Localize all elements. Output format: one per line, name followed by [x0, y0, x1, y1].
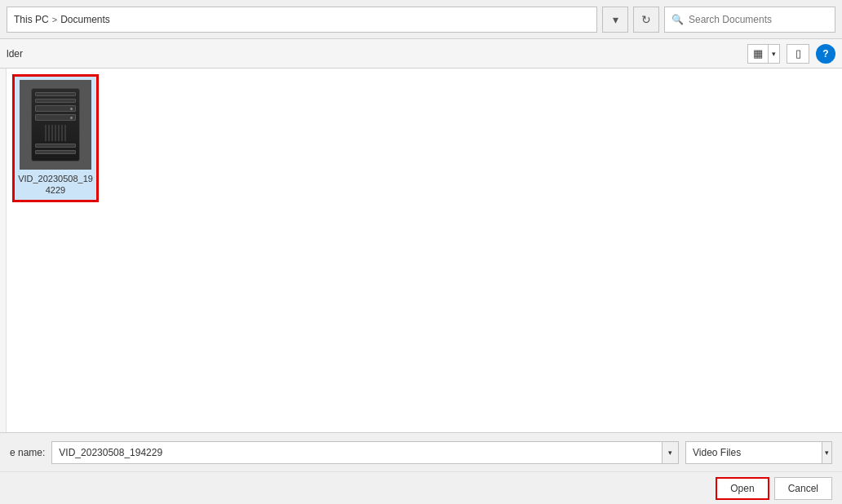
pc-drive-1: [35, 105, 76, 112]
toolbar: lder ▦ ▾ ▯ ?: [0, 39, 842, 69]
dropdown-button[interactable]: ▾: [602, 7, 628, 33]
pc-drive-2: [35, 114, 76, 121]
pc-slot-4: [35, 150, 76, 154]
bottom-bar: e name: ▾ ▾: [0, 432, 842, 471]
filename-input-wrapper[interactable]: ▾: [51, 441, 679, 464]
breadcrumb[interactable]: This PC > Documents: [7, 7, 597, 33]
file-thumbnail: [20, 80, 91, 170]
view-icon-button[interactable]: ▦: [748, 45, 769, 63]
sidebar: [0, 69, 7, 432]
refresh-button[interactable]: ↻: [633, 7, 659, 33]
toolbar-left: lder: [7, 48, 23, 60]
pc-slot-3: [35, 144, 76, 148]
file-grid: VID_20230508_194229: [15, 77, 834, 200]
pc-ventilation: [45, 125, 66, 141]
filetype-input[interactable]: [686, 442, 822, 463]
filename-label: e name:: [10, 447, 45, 458]
chevron-down-icon: ▾: [772, 50, 776, 58]
breadcrumb-this-pc[interactable]: This PC: [14, 14, 49, 25]
search-icon: 🔍: [671, 14, 684, 25]
preview-pane-button[interactable]: ▯: [787, 44, 809, 64]
refresh-icon: ↻: [641, 13, 651, 26]
view-dropdown[interactable]: ▦ ▾: [747, 44, 780, 64]
pc-slot-1: [35, 92, 76, 96]
file-area: VID_20230508_194229: [7, 69, 842, 432]
file-name: VID_20230508_194229: [18, 173, 93, 197]
help-icon: ?: [822, 48, 828, 60]
filename-input[interactable]: [52, 442, 662, 463]
filename-dropdown-button[interactable]: ▾: [662, 442, 678, 463]
filetype-dropdown-button[interactable]: ▾: [822, 442, 831, 463]
dropdown-icon: ▾: [613, 13, 618, 26]
bottom-section: e name: ▾ ▾ Open Cancel: [0, 432, 842, 504]
top-navigation-bar: This PC > Documents ▾ ↻ 🔍: [0, 0, 842, 39]
panel-icon: ▯: [795, 47, 801, 60]
filetype-chevron-icon: ▾: [825, 449, 829, 457]
view-grid-icon: ▦: [753, 47, 763, 60]
action-row: Open Cancel: [0, 471, 842, 504]
file-item[interactable]: VID_20230508_194229: [15, 77, 96, 200]
cancel-button[interactable]: Cancel: [774, 477, 832, 500]
search-input[interactable]: [689, 14, 828, 25]
search-box[interactable]: 🔍: [664, 7, 835, 33]
breadcrumb-separator: >: [52, 15, 57, 24]
toolbar-right: ▦ ▾ ▯ ?: [747, 44, 835, 64]
view-chevron-button[interactable]: ▾: [769, 45, 779, 63]
main-area: VID_20230508_194229: [0, 69, 842, 432]
filetype-wrapper[interactable]: ▾: [685, 441, 832, 464]
folder-label: lder: [7, 48, 23, 60]
pc-slot-2: [35, 99, 76, 103]
pc-drive-dot: [70, 108, 73, 110]
open-button[interactable]: Open: [716, 477, 769, 500]
help-button[interactable]: ?: [816, 44, 835, 64]
filename-chevron-icon: ▾: [668, 449, 672, 457]
pc-drive-dot-2: [70, 117, 73, 119]
breadcrumb-documents[interactable]: Documents: [60, 14, 110, 25]
pc-tower-icon: [31, 88, 80, 161]
